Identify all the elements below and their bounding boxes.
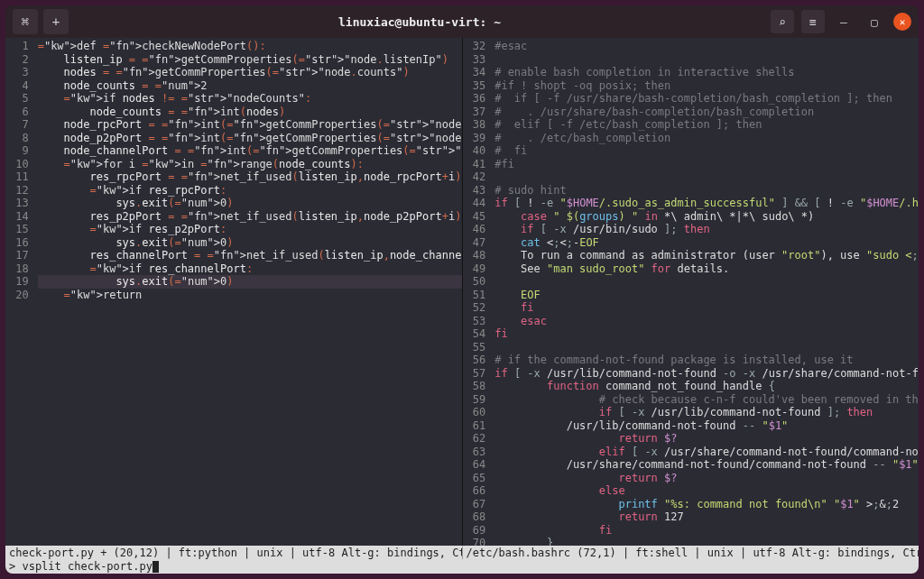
status-left: check-port.py + (20,12) | ft:python | un…	[5, 547, 463, 559]
maximize-button[interactable]: ▢	[863, 10, 886, 33]
code-left[interactable]: ="kw">def ="fn">checkNewNodePort(): list…	[34, 38, 462, 546]
command-text: > vsplit check-port.py	[9, 560, 152, 573]
minimize-button[interactable]: —	[832, 10, 855, 33]
window-title: linuxiac@ubuntu-virt: ~	[69, 15, 771, 29]
statusbar: check-port.py + (20,12) | ft:python | un…	[5, 546, 919, 559]
titlebar: ⌘ + linuxiac@ubuntu-virt: ~ ⌕ ≡ — ▢ ✕	[5, 5, 919, 38]
search-button[interactable]: ⌕	[771, 10, 794, 33]
close-button[interactable]: ✕	[893, 13, 911, 31]
editor-split: 1 2 3 4 5 6 7 8 9 10 11 12 13 14 15 16 1…	[5, 38, 919, 546]
cursor	[152, 561, 159, 573]
status-right: /etc/bash.bashrc (72,1) | ft:shell | uni…	[463, 547, 919, 559]
gutter-left: 1 2 3 4 5 6 7 8 9 10 11 12 13 14 15 16 1…	[5, 38, 34, 546]
pane-left[interactable]: 1 2 3 4 5 6 7 8 9 10 11 12 13 14 15 16 1…	[5, 38, 462, 546]
terminal-icon: ⌘	[13, 9, 38, 34]
new-tab-button[interactable]: +	[43, 9, 69, 34]
menu-button[interactable]: ≡	[801, 10, 825, 33]
gutter-right: 32 33 34 35 36 37 38 39 40 41 42 43 44 4…	[463, 38, 492, 546]
terminal-window: ⌘ + linuxiac@ubuntu-virt: ~ ⌕ ≡ — ▢ ✕ 1 …	[5, 5, 919, 574]
code-right[interactable]: #esac# enable bash completion in interac…	[491, 38, 919, 546]
pane-right[interactable]: 32 33 34 35 36 37 38 39 40 41 42 43 44 4…	[463, 38, 919, 546]
command-line[interactable]: > vsplit check-port.py	[5, 559, 919, 574]
